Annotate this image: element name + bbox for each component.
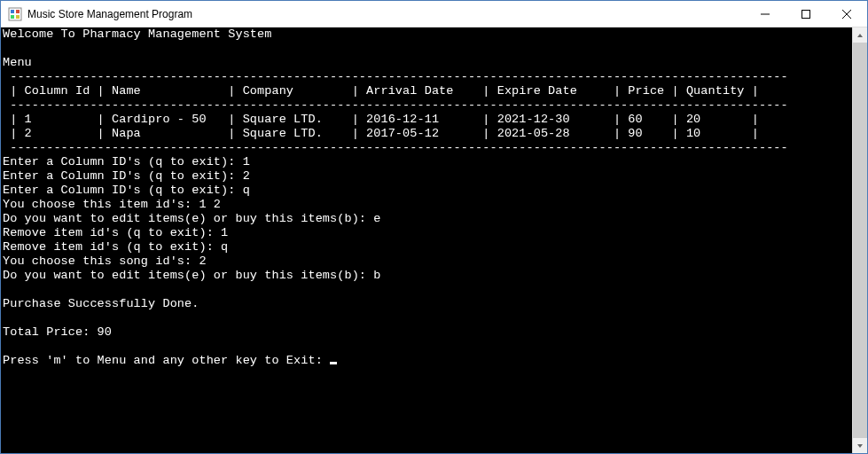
scroll-track[interactable]: [853, 43, 867, 438]
text-cursor: [330, 362, 337, 364]
app-icon: [8, 7, 22, 21]
minimize-button[interactable]: [745, 1, 786, 27]
svg-marker-9: [857, 34, 863, 37]
scroll-up-button[interactable]: [853, 27, 867, 43]
vertical-scrollbar[interactable]: [852, 27, 867, 453]
svg-rect-6: [802, 10, 810, 18]
scroll-thumb[interactable]: [853, 43, 867, 438]
svg-rect-3: [11, 15, 14, 19]
svg-rect-2: [16, 10, 20, 13]
svg-rect-4: [16, 15, 20, 19]
app-window: Music Store Management Program Welcome T…: [0, 0, 868, 454]
scroll-down-button[interactable]: [853, 438, 867, 453]
titlebar[interactable]: Music Store Management Program: [1, 1, 867, 27]
close-button[interactable]: [826, 1, 867, 27]
window-title: Music Store Management Program: [27, 8, 192, 20]
svg-marker-10: [857, 444, 863, 448]
client-area: Welcome To Pharmacy Management System Me…: [1, 27, 867, 453]
maximize-button[interactable]: [786, 1, 826, 27]
console-output[interactable]: Welcome To Pharmacy Management System Me…: [1, 27, 852, 453]
svg-rect-1: [11, 10, 14, 13]
